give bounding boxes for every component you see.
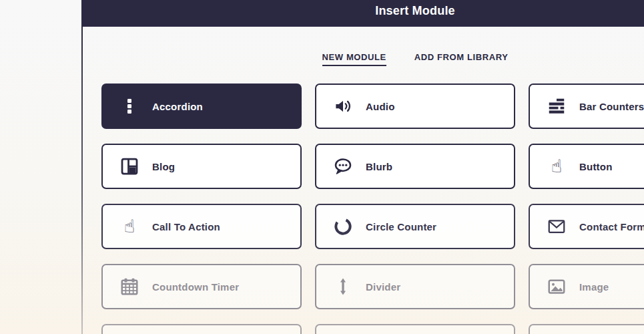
module-button-button[interactable]: ☝Button xyxy=(529,144,644,189)
modal-header: Insert Module xyxy=(81,0,644,27)
countdown-timer-icon xyxy=(119,277,139,297)
contact-form-icon xyxy=(547,216,567,236)
module-label: Call To Action xyxy=(152,221,220,232)
module-label: Accordion xyxy=(152,101,203,112)
module-label: Divider xyxy=(366,281,400,293)
module-button-call-to-action[interactable]: ☝Call To Action xyxy=(101,204,302,249)
modal-left-border xyxy=(81,27,83,334)
modal-title: Insert Module xyxy=(375,0,455,18)
module-label: Countdown Timer xyxy=(152,281,239,293)
image-icon xyxy=(547,277,567,297)
modal-tabs: NEW MODULE ADD FROM LIBRARY xyxy=(81,52,644,66)
blurb-icon xyxy=(333,156,353,176)
circle-counter-icon xyxy=(333,216,353,236)
module-button-placeholder-12[interactable] xyxy=(101,324,302,334)
module-label: Audio xyxy=(366,101,395,112)
module-button-blurb[interactable]: Blurb xyxy=(315,144,515,189)
button-icon: ☝ xyxy=(547,156,567,176)
module-button-accordion[interactable]: Accordion xyxy=(101,84,302,129)
module-button-placeholder-13[interactable] xyxy=(315,324,515,334)
module-button-audio[interactable]: Audio xyxy=(315,84,515,129)
page-background: { "modal": { "title": "Insert Module", "… xyxy=(0,0,644,334)
module-button-countdown-timer[interactable]: Countdown Timer xyxy=(101,264,302,309)
bar-counters-icon xyxy=(547,96,567,116)
module-button-bar-counters[interactable]: Bar Counters xyxy=(529,84,644,129)
module-label: Contact Form xyxy=(579,221,644,232)
module-label: Image xyxy=(579,281,609,293)
accordion-icon xyxy=(119,96,139,116)
module-button-placeholder-14[interactable] xyxy=(529,324,644,334)
call-to-action-icon: ☝ xyxy=(119,216,139,236)
module-label: Blog xyxy=(152,161,175,172)
module-button-circle-counter[interactable]: Circle Counter xyxy=(315,204,515,249)
module-label: Bar Counters xyxy=(579,101,644,112)
module-grid: AccordionAudioBar CountersBlogBlurb☝Butt… xyxy=(81,84,644,334)
audio-icon xyxy=(333,96,353,116)
tab-add-from-library[interactable]: ADD FROM LIBRARY xyxy=(414,52,509,66)
blog-icon xyxy=(119,156,139,176)
module-label: Circle Counter xyxy=(366,221,436,232)
module-button-contact-form[interactable]: Contact Form xyxy=(529,204,644,249)
tab-new-module[interactable]: NEW MODULE xyxy=(322,52,386,66)
module-label: Button xyxy=(579,161,613,172)
module-label: Blurb xyxy=(366,161,392,172)
module-button-blog[interactable]: Blog xyxy=(101,144,302,189)
divider-icon xyxy=(333,277,353,297)
insert-module-modal: Insert Module NEW MODULE ADD FROM LIBRAR… xyxy=(81,0,644,334)
module-button-image[interactable]: Image xyxy=(529,264,644,309)
module-button-divider[interactable]: Divider xyxy=(315,264,515,309)
